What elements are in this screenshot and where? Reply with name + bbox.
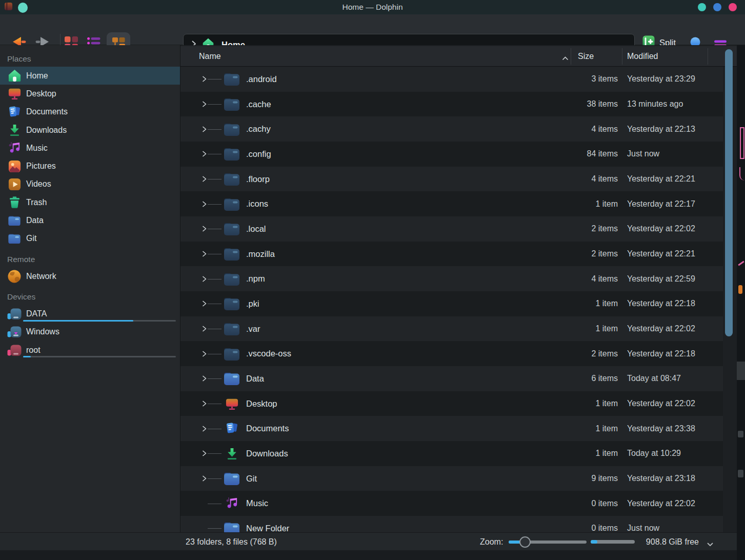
file-name: .mozilla (246, 249, 275, 259)
sidebar-item-downloads[interactable]: Downloads (0, 121, 180, 139)
table-row[interactable]: .cache 38 items 13 minutes ago (180, 92, 723, 117)
documents-icon (7, 105, 22, 119)
folder-hidden-icon (222, 196, 241, 212)
table-row[interactable]: .android 3 items Yesterday at 23:29 (180, 67, 723, 92)
expander-chevron-icon[interactable] (202, 425, 207, 433)
sidebar-item-videos[interactable]: Videos (0, 175, 180, 193)
sidebar-item-pictures[interactable]: Pictures (0, 157, 180, 175)
table-row[interactable]: Data 6 items Today at 08:47 (180, 366, 723, 391)
vertical-scrollbar[interactable] (725, 49, 733, 336)
table-row[interactable]: .mozilla 2 items Yesterday at 22:21 (180, 242, 723, 267)
documents-icon (222, 421, 241, 437)
expander-chevron-icon[interactable] (202, 299, 207, 308)
expander-chevron-icon[interactable] (202, 499, 207, 508)
expander-chevron-icon[interactable] (202, 399, 207, 408)
zoom-slider[interactable] (509, 541, 587, 544)
expander-chevron-icon[interactable] (202, 374, 207, 383)
titlebar[interactable]: Home — Dolphin (0, 0, 745, 14)
file-size: 0 items (591, 524, 618, 532)
sidebar-item-music[interactable]: Music (0, 139, 180, 157)
table-row[interactable]: .pki 1 item Yesterday at 22:18 (180, 291, 723, 316)
table-row[interactable]: .vscode-oss 2 items Yesterday at 22:18 (180, 341, 723, 366)
close-button[interactable] (729, 3, 737, 11)
column-header-name[interactable]: Name (199, 46, 221, 67)
file-size: 38 items (587, 99, 618, 109)
column-separator[interactable] (622, 48, 622, 65)
background-window-sliver (737, 45, 745, 560)
sort-ascending-icon (561, 54, 569, 63)
expander-chevron-icon[interactable] (202, 175, 207, 183)
expander-chevron-icon[interactable] (202, 150, 207, 158)
network-icon (7, 269, 22, 284)
sidebar-item-trash[interactable]: Trash (0, 193, 180, 211)
tree-connector (208, 404, 222, 404)
minimize-button[interactable] (698, 3, 706, 11)
sidebar-item-desktop[interactable]: Desktop (0, 85, 180, 103)
chevron-down-icon[interactable] (707, 539, 714, 549)
sliver-fragment (738, 261, 744, 266)
sidebar-item-documents[interactable]: Documents (0, 103, 180, 121)
table-row[interactable]: .cachy 4 items Yesterday at 22:13 (180, 116, 723, 142)
sidebar-item-label: Documents (26, 107, 68, 116)
tree-connector (208, 229, 222, 229)
expander-chevron-icon[interactable] (202, 125, 207, 133)
tree-connector (208, 378, 222, 379)
table-row[interactable]: .floorp 4 items Yesterday at 22:21 (180, 167, 723, 192)
drive-icon (7, 307, 22, 321)
sidebar-item-data[interactable]: DATA (0, 305, 180, 323)
expander-chevron-icon[interactable] (202, 75, 207, 83)
expander-chevron-icon[interactable] (202, 275, 207, 283)
sliver-fragment (739, 167, 744, 181)
file-size: 2 items (591, 249, 618, 258)
sidebar-item-git[interactable]: Git (0, 230, 180, 248)
zoom-slider-handle[interactable] (519, 536, 531, 548)
downloads-icon (7, 123, 22, 137)
expander-chevron-icon[interactable] (202, 200, 207, 208)
column-header-modified[interactable]: Modified (627, 46, 658, 67)
maximize-button[interactable] (713, 3, 721, 11)
table-row[interactable]: Downloads 1 item Today at 10:29 (180, 441, 723, 466)
table-row[interactable]: .icons 1 item Yesterday at 22:17 (180, 191, 723, 216)
column-header-size[interactable]: Size (578, 46, 594, 67)
file-modified: Yesterday at 22:18 (627, 299, 695, 308)
table-row[interactable]: Desktop 1 item Yesterday at 22:02 (180, 391, 723, 416)
sidebar-item-home[interactable]: Home (0, 67, 180, 85)
expander-chevron-icon[interactable] (202, 225, 207, 233)
expander-chevron-icon[interactable] (202, 524, 207, 532)
column-separator[interactable] (708, 48, 708, 65)
file-modified: Yesterday at 22:02 (627, 499, 695, 508)
table-row[interactable]: New Folder 0 items Just now (180, 516, 723, 532)
table-row[interactable]: Git 9 items Yesterday at 23:18 (180, 466, 723, 491)
expander-chevron-icon[interactable] (202, 474, 207, 483)
free-space-label[interactable]: 908.8 GiB free (646, 533, 699, 551)
file-modified: Just now (627, 149, 659, 158)
drive-root-icon (7, 343, 22, 357)
table-row[interactable]: Documents 1 item Yesterday at 23:38 (180, 416, 723, 441)
folder-hidden-icon (222, 71, 241, 87)
table-row[interactable]: .local 2 items Yesterday at 22:02 (180, 216, 723, 242)
sidebar-item-data[interactable]: Data (0, 211, 180, 229)
expander-chevron-icon[interactable] (202, 449, 207, 457)
expander-chevron-icon[interactable] (202, 250, 207, 258)
table-row[interactable]: .config 84 items Just now (180, 142, 723, 167)
expander-chevron-icon[interactable] (202, 350, 207, 358)
sidebar-item-root[interactable]: root (0, 341, 180, 359)
expander-chevron-icon[interactable] (202, 325, 207, 333)
selection-summary: 23 folders, 8 files (768 B) (186, 533, 277, 551)
window-title: Home — Dolphin (0, 3, 745, 12)
sidebar-item-label: Git (26, 234, 36, 243)
table-row[interactable]: .npm 4 items Yesterday at 22:59 (180, 266, 723, 291)
file-modified: Yesterday at 22:13 (627, 125, 695, 134)
file-name: .floorp (246, 174, 270, 184)
table-row[interactable]: .var 1 item Yesterday at 22:02 (180, 316, 723, 342)
folder-icon (222, 520, 241, 532)
downloads-icon (222, 445, 241, 462)
expander-chevron-icon[interactable] (202, 100, 207, 108)
column-separator[interactable] (571, 48, 571, 65)
device-usage-bar (23, 320, 176, 322)
sidebar-item-windows[interactable]: Windows (0, 323, 180, 341)
sidebar-item-network[interactable]: Network (0, 267, 180, 285)
file-modified: Yesterday at 22:59 (627, 274, 695, 284)
sidebar-item-label: Videos (26, 179, 51, 189)
table-row[interactable]: Music 0 items Yesterday at 22:02 (180, 491, 723, 516)
